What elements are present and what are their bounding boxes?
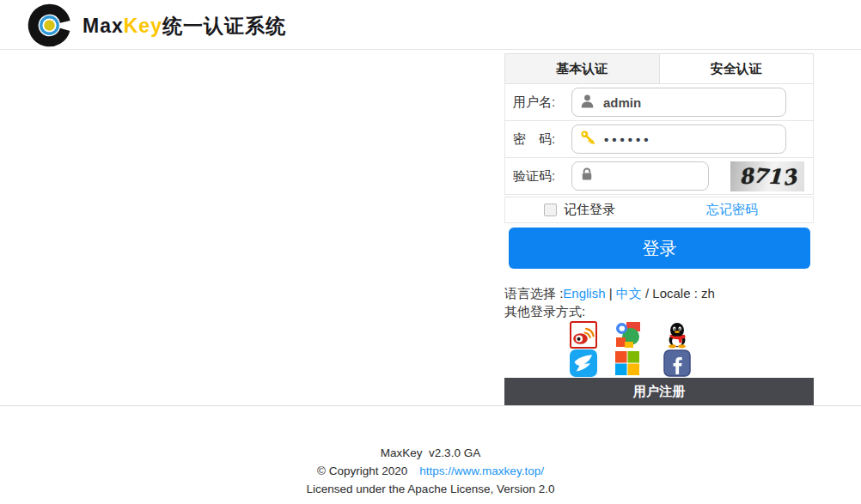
login-button[interactable]: 登录 bbox=[509, 228, 810, 269]
username-field-box bbox=[571, 88, 786, 117]
footer-license: Licensed under the Apache License, Versi… bbox=[0, 480, 861, 498]
key-icon bbox=[579, 129, 596, 149]
remember-label[interactable]: 记住登录 bbox=[564, 202, 615, 218]
facebook-icon[interactable] bbox=[663, 349, 691, 377]
social-login-row-1 bbox=[504, 321, 814, 349]
captcha-image[interactable]: 8713 bbox=[730, 161, 804, 191]
lock-icon bbox=[579, 167, 595, 185]
captcha-label: 验证码: bbox=[513, 168, 571, 185]
social-login-row-2 bbox=[504, 349, 814, 377]
header: MaxKey统一认证系统 bbox=[0, 0, 861, 50]
language-english-link[interactable]: English bbox=[563, 286, 605, 301]
password-field-box bbox=[571, 124, 786, 154]
tab-secure-auth[interactable]: 安全认证 bbox=[660, 54, 814, 83]
captcha-input[interactable] bbox=[602, 169, 701, 184]
footer: MaxKey v2.3.0 GA © Copyright 2020https:/… bbox=[0, 407, 861, 498]
captcha-field-box bbox=[571, 161, 709, 191]
maxkey-site-link[interactable]: https://www.maxkey.top/ bbox=[419, 465, 544, 477]
qq-icon[interactable] bbox=[663, 321, 691, 349]
register-button[interactable]: 用户注册 bbox=[504, 378, 814, 405]
microsoft-icon[interactable] bbox=[614, 349, 641, 377]
auth-tabs: 基本认证 安全认证 bbox=[504, 53, 814, 84]
language-selector: 语言选择 :English | 中文 / Locale : zh bbox=[504, 286, 814, 301]
username-input[interactable] bbox=[603, 95, 779, 110]
page-title: MaxKey统一认证系统 bbox=[82, 13, 286, 39]
remember-row: 记住登录 忘记密码 bbox=[504, 197, 814, 223]
footer-version: MaxKey v2.3.0 GA bbox=[0, 444, 861, 462]
weibo-icon[interactable] bbox=[570, 321, 597, 349]
forgot-password-link[interactable]: 忘记密码 bbox=[706, 202, 758, 218]
footer-copyright-line: © Copyright 2020https://www.maxkey.top/ bbox=[0, 462, 861, 480]
password-input[interactable] bbox=[604, 132, 779, 147]
other-login-label: 其他登录方式: bbox=[504, 304, 814, 319]
dingtalk-icon[interactable] bbox=[570, 349, 597, 377]
tab-basic-auth[interactable]: 基本认证 bbox=[505, 54, 660, 83]
login-panel: 基本认证 安全认证 用户名: 密 码: bbox=[504, 53, 814, 405]
user-icon bbox=[579, 93, 595, 112]
language-chinese-link[interactable]: 中文 bbox=[616, 286, 642, 301]
main-content: 基本认证 安全认证 用户名: 密 码: bbox=[0, 51, 861, 406]
password-row: 密 码: bbox=[504, 121, 814, 158]
maxkey-logo-icon bbox=[26, 2, 73, 49]
password-label: 密 码: bbox=[513, 131, 571, 148]
username-row: 用户名: bbox=[504, 84, 814, 121]
captcha-row: 验证码: 8713 bbox=[504, 158, 814, 195]
google-icon[interactable] bbox=[614, 321, 641, 349]
username-label: 用户名: bbox=[513, 94, 571, 111]
remember-checkbox[interactable] bbox=[544, 203, 557, 216]
